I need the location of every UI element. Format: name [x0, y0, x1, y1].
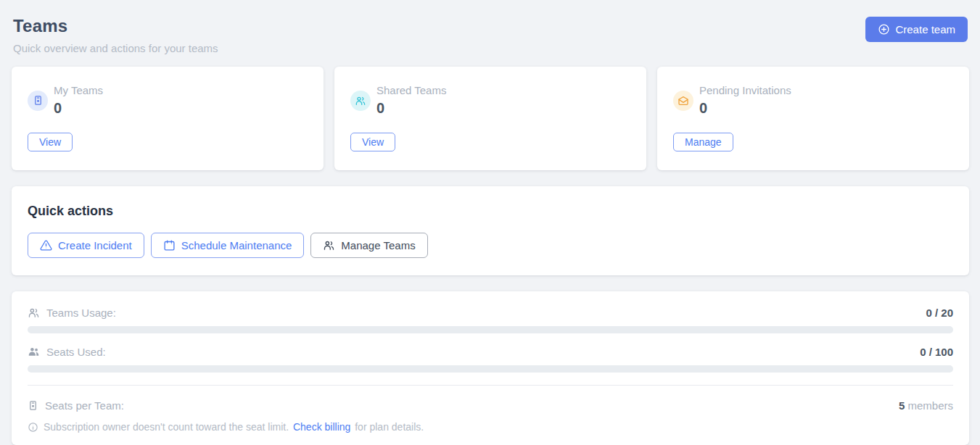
- usage-note: Subscription owner doesn't count toward …: [28, 421, 953, 433]
- teams-usage-value: 0 / 20: [926, 307, 953, 319]
- quick-actions-buttons: Create Incident Schedule Maintenance: [28, 233, 953, 258]
- teams-usage-label: Teams Usage:: [46, 307, 116, 319]
- schedule-maintenance-label: Schedule Maintenance: [181, 239, 292, 251]
- stat-value: 0: [54, 100, 103, 117]
- manage-teams-label: Manage Teams: [341, 239, 415, 251]
- info-icon: [28, 422, 38, 433]
- stat-top: My Teams 0: [28, 84, 308, 117]
- seats-per-team-value: 5 members: [899, 399, 953, 412]
- seats-used-value: 0 / 100: [920, 346, 953, 358]
- usage-divider: [28, 385, 953, 386]
- page-title: Teams: [13, 16, 218, 36]
- create-incident-button[interactable]: Create Incident: [28, 233, 144, 258]
- seats-used-label: Seats Used:: [46, 346, 106, 358]
- users-icon: [323, 239, 335, 251]
- schedule-maintenance-button[interactable]: Schedule Maintenance: [151, 233, 305, 258]
- seats-per-team-number: 5: [899, 399, 905, 412]
- manage-teams-button[interactable]: Manage Teams: [310, 233, 427, 258]
- seats-per-team-label: Seats per Team:: [45, 399, 124, 412]
- page-header: Teams Quick overview and actions for you…: [12, 12, 969, 54]
- teams-usage-left: Teams Usage:: [28, 307, 116, 319]
- stat-value: 0: [699, 100, 791, 117]
- stat-label: Pending Invitations: [699, 84, 791, 96]
- usage-card: Teams Usage: 0 / 20 Seats Used: 0 / 100: [12, 291, 969, 445]
- seats-per-team-left: Seats per Team:: [28, 399, 124, 412]
- check-billing-link[interactable]: Check billing: [293, 421, 350, 433]
- note-text: Subscription owner doesn't count toward …: [44, 421, 424, 433]
- calendar-icon: [163, 239, 176, 251]
- stat-top: Shared Teams 0: [350, 84, 630, 117]
- seats-used-left: Seats Used:: [28, 346, 106, 358]
- stat-top: Pending Invitations 0: [673, 84, 953, 117]
- page-subtitle: Quick overview and actions for your team…: [13, 42, 218, 54]
- stat-texts: Shared Teams 0: [376, 84, 446, 117]
- create-incident-label: Create Incident: [58, 239, 132, 251]
- teams-page: Teams Quick overview and actions for you…: [0, 0, 980, 445]
- stat-label: My Teams: [54, 84, 103, 96]
- stat-texts: My Teams 0: [54, 84, 103, 117]
- users-filled-icon: [28, 346, 40, 358]
- stat-cards-row: My Teams 0 View Shared Teams: [12, 67, 969, 170]
- seats-used-progressbar: [28, 365, 953, 373]
- mail-icon: [673, 91, 693, 111]
- seats-used-row: Seats Used: 0 / 100: [28, 346, 953, 358]
- quick-actions-card: Quick actions Create Incident: [12, 186, 969, 275]
- page-header-text: Teams Quick overview and actions for you…: [13, 16, 218, 54]
- id-badge-icon: [28, 400, 38, 411]
- teams-usage-row: Teams Usage: 0 / 20: [28, 307, 953, 319]
- note-text-before: Subscription owner doesn't count toward …: [44, 421, 289, 433]
- teams-usage-progressbar: [28, 326, 953, 333]
- my-teams-card: My Teams 0 View: [12, 67, 324, 170]
- stat-value: 0: [376, 100, 446, 117]
- seats-per-team-suffix: members: [907, 399, 953, 412]
- note-text-after: for plan details.: [355, 421, 424, 433]
- my-teams-view-button[interactable]: View: [28, 133, 73, 151]
- warning-triangle-icon: [40, 239, 52, 251]
- create-team-label: Create team: [895, 23, 955, 36]
- quick-actions-title: Quick actions: [28, 204, 953, 219]
- id-badge-icon: [28, 91, 48, 111]
- plus-circle-icon: [878, 23, 890, 36]
- create-team-button[interactable]: Create team: [865, 17, 968, 42]
- stat-texts: Pending Invitations 0: [699, 84, 791, 117]
- pending-invitations-card: Pending Invitations 0 Manage: [657, 67, 969, 170]
- stat-label: Shared Teams: [376, 84, 446, 96]
- users-outline-icon: [28, 307, 40, 319]
- pending-invitations-manage-button[interactable]: Manage: [673, 133, 733, 151]
- seats-per-team-row: Seats per Team: 5 members: [28, 399, 953, 412]
- shared-teams-view-button[interactable]: View: [350, 133, 395, 151]
- users-icon: [350, 91, 371, 111]
- shared-teams-card: Shared Teams 0 View: [334, 67, 646, 170]
